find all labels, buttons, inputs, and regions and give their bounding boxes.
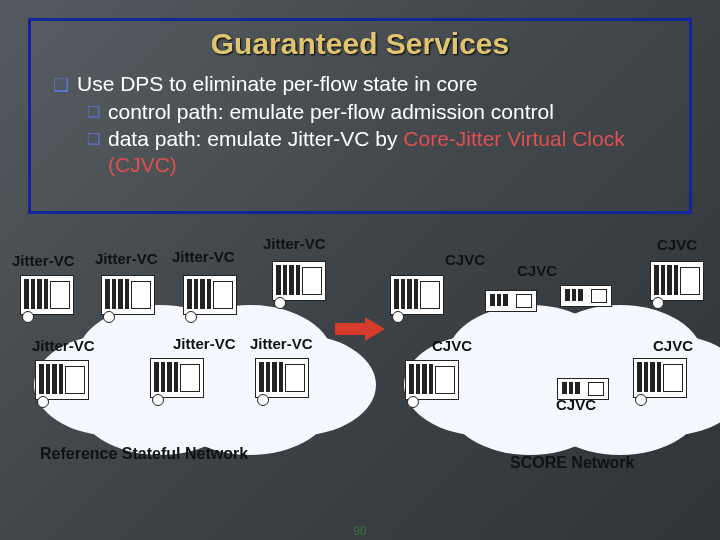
bullet-text: data path: emulate Jitter-VC by Core-Jit…: [108, 126, 667, 179]
router-icon: [405, 360, 459, 400]
slide: Guaranteed Services ❑ Use DPS to elimina…: [0, 0, 720, 540]
router-label: CJVC: [653, 337, 693, 354]
bullet-level2: ❑ control path: emulate per-flow admissi…: [87, 99, 667, 125]
router-icon: [183, 275, 237, 315]
router-icon: [272, 261, 326, 301]
router-label: Jitter-VC: [250, 335, 313, 352]
router-icon: [255, 358, 309, 398]
router-label: Jitter-VC: [32, 337, 95, 354]
caption-left: Reference Stateful Network: [40, 445, 248, 463]
slide-title: Guaranteed Services: [31, 27, 689, 61]
router-icon: [150, 358, 204, 398]
router-label: Jitter-VC: [95, 250, 158, 267]
bullet-icon: ❑: [87, 103, 100, 122]
bullet-icon: ❑: [87, 130, 100, 149]
bullet-text: Use DPS to eliminate per-flow state in c…: [77, 71, 477, 97]
router-icon: [20, 275, 74, 315]
router-icon: [35, 360, 89, 400]
caption-right: SCORE Network: [510, 454, 634, 472]
router-icon: [390, 275, 444, 315]
router-label: Jitter-VC: [172, 248, 235, 265]
bullet-text: control path: emulate per-flow admission…: [108, 99, 554, 125]
bullet-level2: ❑ data path: emulate Jitter-VC by Core-J…: [87, 126, 667, 179]
router-label: CJVC: [556, 396, 596, 413]
router-label: CJVC: [445, 251, 485, 268]
page-number: 90: [0, 524, 720, 538]
router-icon: [650, 261, 704, 301]
core-router-icon: [560, 285, 612, 307]
core-router-icon: [485, 290, 537, 312]
router-label: Jitter-VC: [263, 235, 326, 252]
bullet-level1: ❑ Use DPS to eliminate per-flow state in…: [53, 71, 667, 97]
arrow-icon: [335, 318, 385, 340]
bullet-icon: ❑: [53, 74, 69, 97]
bullet-list: ❑ Use DPS to eliminate per-flow state in…: [53, 71, 667, 178]
router-label: CJVC: [517, 262, 557, 279]
router-icon: [101, 275, 155, 315]
router-icon: [633, 358, 687, 398]
router-label: CJVC: [432, 337, 472, 354]
router-label: Jitter-VC: [173, 335, 236, 352]
content-box: Guaranteed Services ❑ Use DPS to elimina…: [28, 18, 692, 214]
router-label: Jitter-VC: [12, 252, 75, 269]
router-label: CJVC: [657, 236, 697, 253]
